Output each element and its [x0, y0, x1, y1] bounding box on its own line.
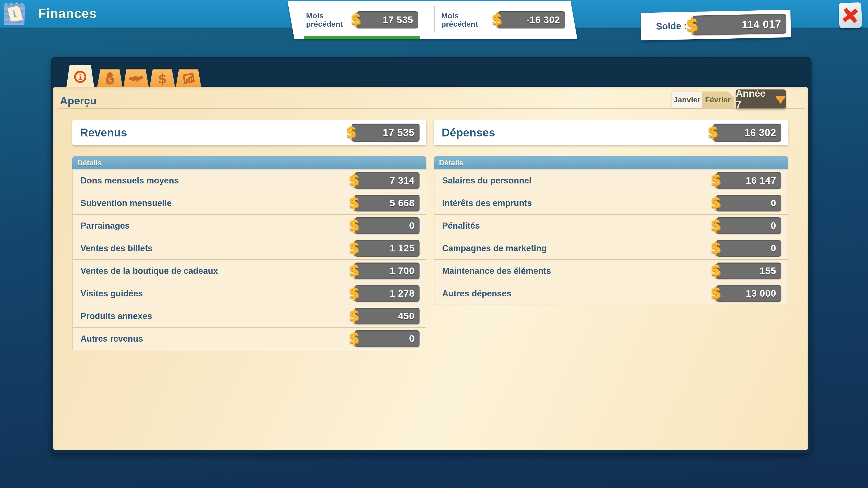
row-label: Campagnes de marketing	[442, 243, 547, 253]
row-label: Parrainages	[81, 221, 130, 231]
row-value: 0	[771, 198, 776, 208]
row-label: Dons mensuels moyens	[81, 176, 179, 186]
currency-icon: $	[710, 216, 721, 234]
handshake-icon	[129, 71, 143, 86]
row-value: 5 668	[390, 198, 414, 208]
finance-row: Produits annexes$450	[72, 305, 426, 328]
row-label: Autres revenus	[81, 334, 143, 344]
finance-row: Campagnes de marketing$0	[434, 237, 788, 260]
row-label: Subvention mensuelle	[81, 198, 172, 208]
month-button-janvier[interactable]: Janvier	[672, 92, 702, 108]
year-dropdown[interactable]: Année 7	[736, 90, 786, 108]
previous-month-income-value: 17 535	[383, 14, 413, 25]
row-value: 7 314	[390, 175, 414, 186]
expenses-title: Dépenses	[442, 126, 495, 139]
income-indicator-bar	[304, 36, 420, 39]
currency-icon: $	[708, 123, 718, 141]
expenses-total-value: 16 302	[744, 127, 776, 138]
revenues-rows: Dons mensuels moyens$7 314Subvention men…	[72, 169, 426, 350]
row-value: 0	[409, 220, 414, 231]
tab-chart[interactable]	[176, 69, 201, 87]
finance-row: Subvention mensuelle$5 668	[72, 192, 426, 215]
row-value-pill: $0	[716, 217, 781, 234]
row-value-pill: $13 000	[716, 285, 781, 302]
info-icon: i	[74, 71, 86, 83]
row-value: 1 700	[390, 265, 414, 276]
revenues-title: Revenus	[80, 126, 127, 139]
previous-month-expense: Mois précédent $ -16 302	[432, 1, 579, 39]
currency-icon: $	[346, 123, 356, 141]
balance-value: 114 017	[742, 18, 781, 31]
row-value: 0	[771, 243, 776, 254]
row-value: 1 278	[390, 288, 414, 299]
row-label: Visites guidées	[81, 289, 143, 298]
currency-icon: $	[349, 171, 360, 189]
row-value-pill: $16 147	[716, 172, 781, 189]
expenses-total-pill: $ 16 302	[713, 124, 781, 142]
tab-handshake[interactable]	[123, 69, 149, 87]
finances-panel: Aperçu Janvier Février Année 7 Revenus $…	[53, 87, 808, 450]
currency-icon: $	[349, 306, 360, 324]
currency-icon: $	[710, 261, 721, 279]
currency-icon: $	[710, 194, 721, 212]
close-icon	[842, 7, 859, 24]
row-value-pill: $1 125	[355, 240, 420, 257]
chart-icon	[182, 71, 195, 86]
row-label: Ventes de la boutique de cadeaux	[81, 266, 218, 276]
expenses-details-header: Détails	[434, 156, 788, 169]
row-label: Maintenance des éléments	[442, 266, 551, 276]
ledger-book-icon: i	[7, 6, 21, 22]
header-divider	[57, 108, 805, 109]
row-value: 0	[409, 333, 414, 344]
chevron-down-icon	[775, 96, 786, 103]
currency-icon: $	[349, 261, 360, 279]
tab-info[interactable]: i	[66, 65, 94, 87]
dollar-icon: $	[156, 72, 169, 85]
row-value-pill: $1 278	[355, 285, 420, 302]
previous-month-expense-pill: $ -16 302	[498, 11, 565, 29]
row-value-pill: $0	[716, 240, 781, 257]
row-value-pill: $450	[355, 308, 420, 324]
year-dropdown-label: Année 7	[736, 88, 771, 110]
previous-month-expense-label: Mois précédent	[441, 11, 498, 28]
svg-text:$: $	[107, 76, 112, 84]
tab-dollar[interactable]: $	[150, 69, 175, 87]
currency-icon: $	[710, 239, 721, 257]
row-label: Pénalités	[442, 221, 480, 231]
finance-row: Dons mensuels moyens$7 314	[72, 169, 426, 192]
expenses-total-card: Dépenses $ 16 302	[434, 120, 788, 145]
currency-icon: $	[710, 171, 721, 189]
currency-icon: $	[350, 10, 361, 28]
window-title: Finances	[38, 0, 96, 28]
expenses-rows: Salaires du personnel$16 147Intérêts des…	[434, 169, 788, 305]
revenues-details-header: Détails	[72, 156, 426, 169]
currency-icon: $	[492, 10, 502, 28]
finance-row: Parrainages$0	[72, 215, 426, 237]
currency-icon: $	[349, 284, 360, 302]
previous-month-income-pill: $ 17 535	[356, 11, 418, 29]
row-value-pill: $5 668	[355, 195, 420, 212]
currency-icon: $	[349, 216, 360, 234]
finance-row: Salaires du personnel$16 147	[434, 169, 788, 192]
balance-card: Solde : $ 114 017	[641, 10, 791, 40]
tab-money-bag[interactable]: $	[97, 69, 123, 87]
previous-month-income-label: Mois précédent	[306, 11, 356, 28]
currency-icon: $	[349, 239, 360, 257]
row-value-pill: $0	[716, 195, 781, 212]
month-button-fevrier[interactable]: Février	[702, 92, 734, 108]
currency-icon: $	[349, 329, 360, 347]
row-value-pill: $155	[716, 263, 781, 279]
finance-row: Intérêts des emprunts$0	[434, 192, 788, 215]
row-label: Salaires du personnel	[442, 176, 531, 186]
close-button[interactable]	[839, 2, 862, 28]
currency-icon: $	[710, 284, 721, 302]
finances-ledger-icon: i	[4, 2, 25, 25]
row-value: 450	[398, 311, 414, 322]
money-bag-icon: $	[103, 72, 117, 85]
svg-text:$: $	[158, 72, 166, 85]
balance-pill: $ 114 017	[692, 13, 786, 35]
finance-row: Ventes de la boutique de cadeaux$1 700	[72, 260, 426, 283]
expenses-column: Dépenses $ 16 302 Détails Salaires du pe…	[434, 120, 788, 305]
row-value-pill: $0	[355, 217, 420, 234]
row-label: Produits annexes	[81, 311, 152, 321]
